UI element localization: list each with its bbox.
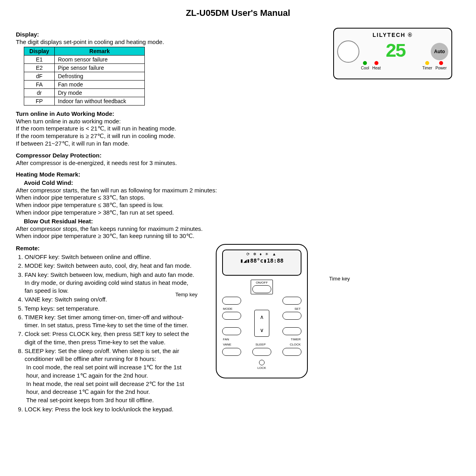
list-item: FAN key: Switch between low, medium, hig… (25, 271, 194, 295)
remote-header: Remote: (16, 245, 194, 251)
remote-screen: ⟳ ❄ ♦ ☀ ▲ ▮◢▮88°c▮18:88 (222, 250, 301, 276)
list-item: Clock set: Press CLOCK key, then press S… (25, 330, 194, 346)
temp-down-button (222, 297, 241, 305)
remote-diagram: Temp key Time key ⟳ ❄ ♦ ☀ ▲ ▮◢▮88°c▮18:8… (202, 244, 321, 378)
table-row: E2Pipe sensor failure (24, 64, 145, 72)
display-header: Display: (16, 31, 321, 38)
blow-header: Blow Out Residual Heat: (24, 218, 321, 225)
table-row: FAFan mode (24, 81, 145, 89)
list-item: Temp keys: set temperature. (25, 305, 194, 313)
list-item: SLEEP key: Set the sleep on/off. When sl… (25, 347, 194, 405)
onoff-button (252, 285, 271, 293)
avoid-line: When indoor pipe temperature > 38℃, fan … (16, 209, 321, 216)
screen-digits: ▮◢▮88°c▮18:88 (225, 258, 299, 264)
table-row: dFDefrosting (24, 72, 145, 81)
time-key-annotation: Time key (329, 276, 350, 282)
vane-button (222, 348, 241, 356)
list-item: ON/OFF key: Switch between online and of… (25, 253, 194, 261)
temp-up-button (282, 297, 301, 305)
avoid-line: When indoor pipe temperature ≤ 38℃, fan … (16, 202, 321, 209)
display-panel: LILYTECH ® 25 Auto Cool Heat Timer Power (333, 28, 452, 79)
avoid-header: Avoid Cold Wind: (24, 179, 321, 186)
table-row: FPIndoor fan without feedback (24, 97, 145, 106)
temp-key-annotation: Temp key (175, 292, 198, 298)
sleep-sub: In heat mode, the real set point will de… (26, 380, 194, 396)
table-row: E1Room sensor failure (24, 56, 145, 64)
th-display: Display (24, 47, 55, 56)
compressor-line: After compressor is de-energized, it nee… (16, 159, 321, 166)
onoff-label: ON/OFF (252, 281, 272, 284)
blow-intro: After compressor stops, the fan keeps ru… (16, 225, 321, 232)
heat-led-icon (374, 61, 378, 65)
automode-line: If the room temperature is ≥ 27℃, it wil… (16, 132, 321, 140)
screen-mode-icons: ⟳ ❄ ♦ ☀ ▲ (225, 252, 299, 256)
table-row: drDry mode (24, 89, 145, 97)
lock-button: LOCK (222, 360, 301, 370)
heating-header: Heating Mode Remark: (16, 171, 321, 178)
power-led-icon (439, 61, 443, 65)
list-item: TIMER key: Set timer among timer-on, tim… (25, 313, 194, 330)
avoid-line: When indoor pipe temperature ≤ 33℃, fan … (16, 194, 321, 201)
display-codes-table: Display Remark E1Room sensor failure E2P… (24, 47, 145, 106)
automode-line: If between 21~27℃, it will run in fan mo… (16, 140, 321, 147)
cool-led-icon (363, 61, 367, 65)
display-intro: The digit displays set-point in cooling … (16, 38, 321, 45)
automode-intro: When turn online in auto working mode: (16, 118, 321, 125)
content-column: Display: The digit displays set-point in… (16, 26, 321, 414)
sleep-sub: The real set-point keeps from 3rd hour t… (26, 396, 194, 404)
automode-line: If the room temperature is < 21℃, it wil… (16, 125, 321, 132)
auto-button: Auto (431, 43, 448, 60)
avoid-intro: After compressor starts, the fan will ru… (16, 187, 321, 194)
sleep-sub: In cool mode, the real set point will in… (26, 363, 194, 380)
down-icon: ∨ (260, 327, 264, 333)
list-item: MODE key: Switch between auto, cool, dry… (25, 262, 194, 270)
ir-window-icon (337, 40, 359, 63)
up-down-rocker: ∧ ∨ (254, 310, 269, 337)
set-button (282, 312, 301, 320)
up-icon: ∧ (260, 314, 264, 320)
timer-led-icon (425, 61, 429, 65)
panel-value: 25 (379, 41, 411, 62)
onoff-group: ON/OFF (251, 280, 273, 294)
mode-button (222, 312, 241, 320)
blow-line: When indoor pipe temperature ≥ 30℃, fan … (16, 232, 321, 240)
th-remark: Remark (55, 47, 145, 56)
sleep-button (252, 348, 271, 356)
timer-button (282, 327, 301, 335)
panel-brand: LILYTECH ® (337, 32, 448, 38)
list-item: LOCK key: Press the lock key to lock/unl… (25, 405, 194, 413)
fan-button (222, 327, 241, 335)
automode-header: Turn online in Auto Working Mode: (16, 110, 321, 117)
page-title: ZL-U05DM User's Manual (16, 8, 460, 18)
compressor-header: Compressor Delay Protection: (16, 152, 321, 159)
list-item: VANE key: Switch swing on/off. (25, 296, 194, 303)
remote-list: ON/OFF key: Switch between online and of… (16, 253, 194, 413)
clock-button (282, 348, 301, 356)
